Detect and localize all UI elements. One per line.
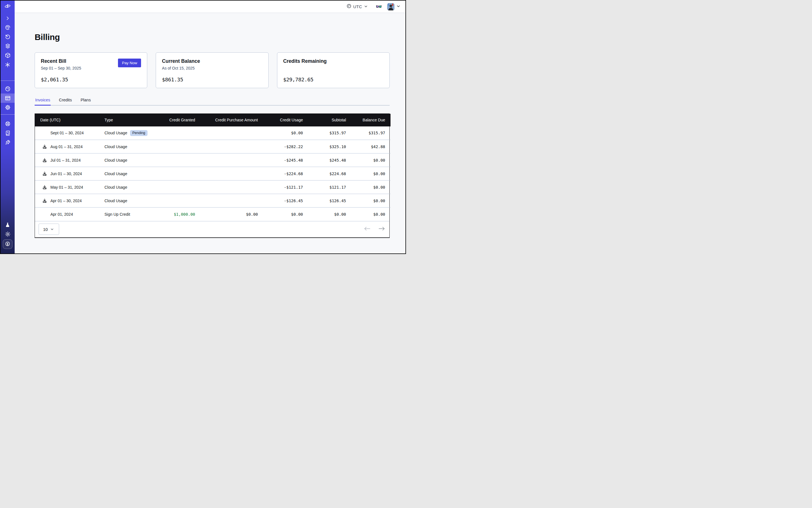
invoice-date: May 01 – 31, 2024 [50, 185, 83, 189]
table-row: Sept 01 – 30, 2024 Cloud Usage Pending $… [35, 126, 390, 140]
download-icon[interactable] [42, 171, 47, 176]
credit-purchase-value [195, 194, 258, 208]
invoice-date: Apr 01, 2024 [50, 212, 73, 217]
col-balance-due: Balance Due [346, 114, 390, 126]
invoice-type: Cloud Usage [104, 185, 127, 189]
pay-now-button[interactable]: Pay Now [118, 58, 141, 67]
billing-page: Billing Recent Bill Sep 01 – Sep 30, 202… [15, 13, 405, 253]
next-page-arrow-icon[interactable] [378, 226, 385, 232]
download-icon[interactable] [42, 158, 47, 163]
credits-promo-button[interactable] [3, 239, 12, 249]
sidebar [1, 1, 15, 253]
sidebar-item-help[interactable] [1, 119, 15, 128]
invoice-table-body: Sept 01 – 30, 2024 Cloud Usage Pending $… [35, 126, 390, 221]
history-clock-icon [5, 34, 11, 40]
sidebar-item-asterisk[interactable] [1, 60, 15, 69]
timezone-selector[interactable]: UTC [347, 4, 368, 9]
current-balance-amount: $861.35 [162, 77, 262, 83]
card-subtitle: As of Oct 15, 2025 [162, 66, 200, 71]
timezone-label: UTC [353, 4, 362, 9]
table-header-row: Date (UTC) Type Credit Granted Credit Pu… [35, 114, 390, 126]
credits-remaining-amount: $29,782.65 [283, 77, 383, 83]
dollar-badge-icon [4, 241, 11, 247]
download-icon[interactable] [42, 185, 47, 189]
invoices-table: Date (UTC) Type Credit Granted Credit Pu… [35, 114, 390, 238]
subtotal-value: $126.45 [303, 194, 346, 208]
tab-plans[interactable]: Plans [80, 98, 91, 105]
gauge-icon [5, 86, 11, 92]
credit-usage-value: -$245.48 [258, 154, 303, 167]
subtotal-value: $224.68 [303, 167, 346, 180]
sidebar-item-docs[interactable] [1, 128, 15, 138]
flask-icon [5, 222, 10, 228]
balance-due-value: $0.00 [346, 194, 390, 208]
sidebar-item-theme[interactable] [1, 229, 15, 239]
card-title: Recent Bill [41, 58, 81, 64]
card-title: Credits Remaining [283, 58, 327, 64]
invoice-date: Sept 01 – 30, 2024 [50, 131, 84, 135]
table-row: May 01 – 31, 2024 Cloud Usage -$121.17 $… [35, 180, 390, 194]
subtotal-value: $325.10 [303, 140, 346, 154]
prev-page-arrow-icon[interactable] [364, 226, 371, 232]
credits-remaining-card: Credits Remaining $29,782.65 [277, 52, 390, 88]
invoice-type: Sign Up Credit [104, 212, 130, 217]
page-size-select[interactable]: 10 [39, 223, 59, 235]
sidebar-item-settings[interactable] [1, 103, 15, 112]
credit-purchase-value [195, 140, 258, 154]
table-footer: 10 [35, 221, 389, 238]
credit-granted-value [158, 167, 195, 180]
sidebar-item-cube[interactable] [1, 51, 15, 60]
recent-bill-card: Recent Bill Sep 01 – Sep 30, 2025 Pay No… [35, 52, 147, 88]
sidebar-item-usage[interactable] [1, 84, 15, 93]
sun-icon [5, 231, 11, 237]
download-icon[interactable] [42, 144, 47, 149]
credit-granted-value [158, 126, 195, 140]
balance-due-value: $0.00 [346, 167, 390, 180]
billing-tabs: Invoices Credits Plans [35, 98, 390, 105]
invoice-date: Apr 01 – 30, 2024 [50, 199, 82, 203]
balance-due-value: $0.00 [346, 208, 390, 221]
sidebar-item-billing[interactable] [1, 93, 15, 103]
credit-granted-value: $1,000.00 [158, 208, 195, 221]
balance-due-value: $0.00 [346, 154, 390, 167]
tab-invoices[interactable]: Invoices [35, 98, 51, 105]
credit-purchase-value [195, 126, 258, 140]
current-balance-card: Current Balance As of Oct 15, 2025 $861.… [156, 52, 268, 88]
credit-granted-value [158, 140, 195, 154]
table-row: Jul 01 – 31, 2024 Cloud Usage -$245.48 $… [35, 154, 390, 167]
credit-usage-value: -$126.45 [258, 194, 303, 208]
glasses-icon [376, 4, 382, 9]
download-icon[interactable] [42, 198, 47, 203]
app-logo-icon[interactable] [1, 1, 15, 13]
page-title: Billing [35, 32, 390, 43]
tab-credits[interactable]: Credits [58, 98, 72, 105]
sidebar-item-getting-started[interactable] [1, 138, 15, 147]
credit-granted-value [158, 194, 195, 208]
rocket-icon [5, 139, 11, 145]
subtotal-value: $245.48 [303, 154, 346, 167]
invoice-type: Cloud Usage [104, 171, 127, 176]
sidebar-item-labs[interactable] [1, 220, 15, 229]
credit-usage-value: -$282.22 [258, 140, 303, 154]
reader-mode-button[interactable] [376, 4, 382, 9]
subtotal-value: $0.00 [303, 208, 346, 221]
chevron-down-icon [50, 227, 54, 232]
sidebar-item-expand[interactable] [1, 13, 15, 23]
topbar: UTC [15, 1, 405, 13]
chevron-down-icon [364, 4, 368, 9]
credit-purchase-value [195, 154, 258, 167]
account-chevron-down-icon[interactable] [396, 4, 400, 9]
credit-granted-value [158, 180, 195, 194]
chevron-right-icon [5, 16, 10, 21]
table-row: Aug 01 – 31, 2024 Cloud Usage -$282.22 $… [35, 140, 390, 154]
book-sparkle-icon [5, 130, 11, 136]
sidebar-item-layers[interactable] [1, 41, 15, 51]
recent-bill-amount: $2,061.35 [41, 77, 141, 83]
balance-due-value: $315.97 [346, 126, 390, 140]
user-avatar[interactable] [387, 3, 394, 10]
col-credit-usage: Credit Usage [258, 114, 303, 126]
sidebar-item-observe[interactable] [1, 23, 15, 32]
app-window: UTC [0, 0, 406, 254]
card-subtitle: Sep 01 – Sep 30, 2025 [41, 66, 81, 71]
sidebar-item-history[interactable] [1, 32, 15, 41]
